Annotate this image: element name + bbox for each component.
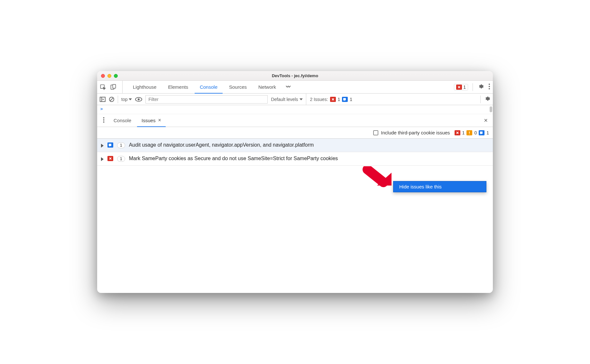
drawer-tab-label: Issues [142, 118, 155, 123]
separator [118, 96, 118, 103]
drawer-tabstrip: Console Issues × × [97, 114, 493, 127]
error-icon [330, 97, 336, 102]
tab-console[interactable]: Console [195, 81, 223, 94]
error-icon [456, 85, 462, 90]
main-tabstrip: Lighthouse Elements Console Sources Netw… [97, 81, 493, 94]
kebab-menu-icon[interactable] [488, 83, 490, 91]
info-icon [107, 142, 113, 148]
warn-count: 0 [474, 130, 477, 135]
issues-error-count: 1 [338, 97, 340, 102]
close-drawer-icon[interactable]: × [481, 117, 490, 124]
issue-title: Audit usage of navigator.userAgent, navi… [129, 142, 489, 149]
svg-line-9 [110, 98, 113, 101]
svg-rect-2 [113, 84, 115, 88]
issues-summary-label: 2 Issues: [310, 97, 328, 102]
error-icon [455, 130, 460, 135]
tab-lighthouse[interactable]: Lighthouse [128, 81, 161, 93]
svg-point-13 [103, 119, 105, 121]
issue-row[interactable]: 1 Mark SameParty cookies as Secure and d… [97, 152, 493, 166]
inspect-element-icon[interactable] [100, 84, 106, 90]
tab-sources[interactable]: Sources [224, 81, 252, 93]
devtools-window: DevTools - jec.fyi/demo Lighthouse Eleme… [97, 71, 493, 293]
issues-info-count: 1 [350, 97, 352, 102]
svg-point-11 [138, 98, 140, 100]
settings-icon[interactable] [477, 83, 484, 91]
error-count: 1 [462, 130, 465, 135]
expand-triangle-icon[interactable] [101, 144, 104, 148]
context-menu: Hide issues like this [393, 181, 486, 192]
issues-summary[interactable]: 2 Issues: 1 1 [306, 94, 353, 105]
drawer-tab-console[interactable]: Console [109, 114, 136, 127]
console-prompt[interactable]: > [97, 105, 493, 114]
log-levels-label: Default levels [271, 97, 298, 102]
info-icon [342, 97, 348, 102]
checkbox-icon [373, 130, 378, 135]
issue-title: Mark SameParty cookies as Secure and do … [129, 155, 489, 162]
close-tab-icon[interactable]: × [158, 117, 161, 123]
svg-rect-16 [469, 133, 470, 134]
error-icon [107, 156, 113, 161]
tab-elements[interactable]: Elements [163, 81, 193, 93]
svg-point-12 [103, 117, 105, 119]
drawer-kebab-icon[interactable] [100, 117, 108, 124]
context-label: top [121, 97, 127, 102]
info-icon [479, 130, 484, 135]
info-count: 1 [486, 130, 489, 135]
warning-icon [466, 130, 472, 135]
error-count-value: 1 [463, 85, 466, 90]
filter-input[interactable] [145, 95, 268, 104]
error-count-badge[interactable]: 1 [454, 84, 468, 90]
drawer-tab-issues[interactable]: Issues × [137, 114, 166, 127]
issue-count-pill: 1 [117, 142, 125, 148]
issue-count-pill: 1 [117, 156, 125, 162]
caret-down-icon [300, 98, 303, 100]
live-expression-icon[interactable] [135, 97, 142, 102]
separator [473, 83, 473, 91]
sidebar-toggle-icon[interactable] [100, 97, 106, 102]
issues-toolbar: Include third-party cookie issues 1 0 1 [97, 127, 493, 139]
caret-down-icon [129, 98, 132, 100]
expand-triangle-icon[interactable] [101, 157, 104, 161]
issue-row[interactable]: 1 Audit usage of navigator.userAgent, na… [97, 139, 493, 152]
device-toggle-icon[interactable] [110, 84, 116, 90]
context-menu-item-hide[interactable]: Hide issues like this [399, 184, 480, 189]
console-settings-icon[interactable] [484, 96, 490, 103]
svg-point-5 [489, 88, 490, 89]
include-thirdparty-checkbox[interactable]: Include third-party cookie issues [373, 130, 450, 135]
scroll-indicator[interactable] [490, 106, 492, 112]
svg-point-14 [103, 122, 105, 123]
separator [480, 96, 481, 103]
console-toolbar: top Default levels 2 Issues: 1 1 [97, 94, 493, 105]
svg-rect-15 [469, 132, 470, 133]
more-tabs-icon[interactable] [282, 84, 294, 90]
include-thirdparty-label: Include third-party cookie issues [381, 130, 450, 135]
svg-point-4 [489, 86, 490, 87]
svg-point-3 [489, 84, 490, 85]
issue-counts: 1 0 1 [455, 130, 489, 135]
log-levels-selector[interactable]: Default levels [271, 97, 302, 102]
annotation-arrow-icon [361, 166, 396, 193]
clear-console-icon[interactable] [109, 96, 115, 102]
tab-network[interactable]: Network [253, 81, 281, 93]
window-title: DevTools - jec.fyi/demo [97, 73, 493, 78]
prompt-caret-icon: > [100, 106, 103, 111]
context-selector[interactable]: top [121, 97, 132, 102]
titlebar: DevTools - jec.fyi/demo [97, 71, 493, 81]
